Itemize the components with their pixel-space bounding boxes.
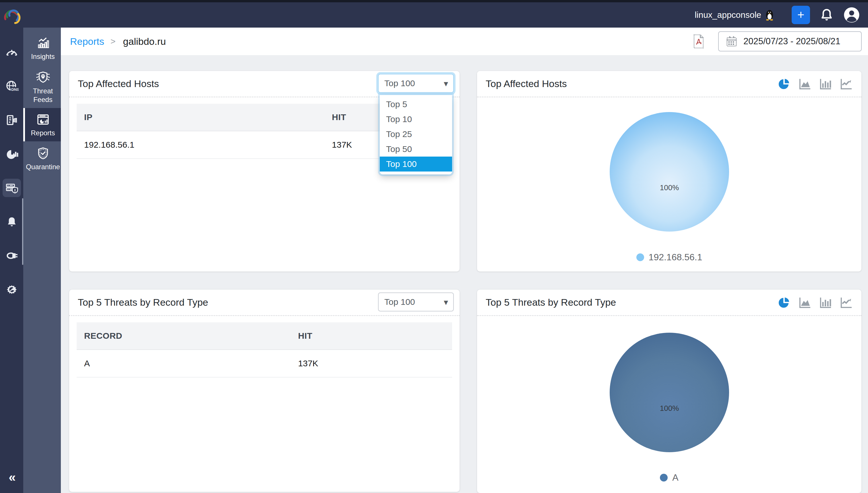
svg-text:DNS: DNS: [11, 87, 19, 92]
secondary-sidebar: Insights Threat Feeds Reports: [23, 27, 61, 493]
reports-icon: [36, 113, 50, 126]
threats-pie-chart: 100%: [610, 333, 729, 452]
line-chart-icon[interactable]: [840, 78, 853, 90]
pie-chart-icon[interactable]: [778, 78, 791, 90]
card-title: Top Affected Hosts: [486, 78, 567, 89]
dropdown-option[interactable]: Top 25: [380, 127, 452, 142]
legend-label: A: [672, 472, 678, 483]
bar-chart-icon[interactable]: [819, 78, 832, 90]
card-title: Top 5 Threats by Record Type: [486, 297, 616, 308]
policy-tree-icon[interactable]: [3, 111, 21, 129]
settings-wrench-icon[interactable]: [3, 280, 21, 299]
date-range-picker[interactable]: 2025/07/23 - 2025/08/21: [718, 31, 862, 51]
insights-icon: [36, 36, 50, 50]
quarantine-icon: [36, 146, 50, 160]
top-n-dropdown-menu: Top 5 Top 10 Top 25 Top 50 Top 100: [380, 95, 452, 174]
top-n-dropdown-hosts: Top 100 ▾ Top 5 Top 10 Top 25 Top 50 Top…: [378, 74, 454, 174]
dropdown-option-selected[interactable]: Top 100: [380, 156, 452, 172]
threat-feeds-icon: [36, 69, 50, 84]
top-n-select-value: Top 100: [384, 297, 415, 307]
notifications-bell-button[interactable]: [820, 8, 833, 22]
sidebar-item-quarantine[interactable]: Quarantine: [23, 141, 61, 175]
sidebar-item-label: Quarantine: [26, 163, 60, 171]
threats-table: RECORD HIT A 137K: [77, 322, 452, 378]
sidebar-item-label: Reports: [31, 129, 55, 137]
sidebar-item-label: Threat Feeds: [26, 87, 60, 104]
chevron-down-icon: ▾: [444, 297, 448, 307]
window-top-strip: [0, 0, 868, 2]
sidebar-scrollbar[interactable]: [22, 198, 23, 265]
breadcrumb-reports-link[interactable]: Reports: [70, 36, 104, 47]
bar-chart-icon[interactable]: [819, 297, 832, 308]
hosts-pie-legend[interactable]: 192.168.56.1: [477, 252, 861, 263]
penguin-icon: [765, 9, 774, 21]
table-header-row: RECORD HIT: [77, 322, 452, 350]
chart-type-switcher: [778, 297, 853, 308]
account-name: linux_appconsole: [694, 9, 774, 21]
bell-icon: [820, 8, 833, 22]
account-avatar-button[interactable]: [843, 7, 860, 23]
legend-marker: [660, 474, 668, 481]
app-root: linux_appconsole +: [0, 0, 868, 493]
plug-icon[interactable]: [3, 246, 21, 265]
chart-type-switcher: [778, 78, 853, 90]
column-header-record: RECORD: [77, 331, 291, 341]
sidebar-item-insights[interactable]: Insights: [23, 31, 61, 65]
dropdown-option[interactable]: Top 50: [380, 142, 452, 156]
pdf-icon: [692, 34, 705, 49]
pie-chart-icon[interactable]: [778, 297, 791, 308]
area-chart-icon[interactable]: [798, 78, 812, 90]
card-threats-by-record-chart: Top 5 Threats by Record Type: [477, 290, 861, 493]
card-title: Top Affected Hosts: [78, 78, 159, 89]
add-button[interactable]: +: [792, 6, 810, 24]
dns-globe-icon[interactable]: DNS: [3, 77, 21, 95]
dropdown-option[interactable]: Top 10: [380, 112, 452, 127]
legend-label: 192.168.56.1: [649, 252, 702, 263]
analytics-pie-icon[interactable]: [3, 145, 21, 163]
cell-record: A: [77, 359, 291, 368]
card-top-affected-hosts-table: Top Affected Hosts Top 100 ▾ Top 5 Top 1…: [69, 71, 460, 272]
hosts-pie-chart: 100%: [610, 112, 729, 232]
sidebar-icon-list: DNS: [3, 43, 21, 299]
export-pdf-button[interactable]: [692, 34, 705, 49]
page-header: Reports > galibdo.ru 2025/07/23 - 2025/0…: [61, 27, 868, 55]
breadcrumb-separator: >: [111, 37, 116, 46]
cell-hit: 137K: [291, 359, 452, 368]
calendar-icon: [726, 35, 738, 47]
table-row: A 137K: [77, 350, 452, 378]
report-alert-icon[interactable]: [3, 179, 21, 197]
card-top-affected-hosts-chart: Top Affected Hosts: [477, 71, 861, 272]
topbar: linux_appconsole +: [0, 2, 868, 27]
top-n-select-value: Top 100: [384, 79, 415, 88]
sidebar-item-label: Insights: [31, 52, 55, 61]
sidebar-item-threat-feeds[interactable]: Threat Feeds: [23, 65, 61, 108]
threats-pie-legend[interactable]: A: [477, 472, 861, 483]
pie-slice-label: 100%: [660, 183, 679, 192]
app-logo: [3, 6, 21, 25]
breadcrumb-current-page: galibdo.ru: [123, 36, 166, 47]
bell-icon[interactable]: [3, 213, 21, 231]
account-name-label: linux_appconsole: [694, 10, 761, 20]
top-n-select[interactable]: Top 100 ▾: [378, 293, 454, 312]
date-range-value: 2025/07/23 - 2025/08/21: [744, 36, 841, 46]
chevron-down-icon: ▾: [444, 79, 448, 88]
cell-ip: 192.168.56.1: [77, 140, 324, 150]
top-n-dropdown-threats: Top 100 ▾: [378, 293, 454, 312]
column-header-ip: IP: [77, 112, 324, 122]
card-title: Top 5 Threats by Record Type: [78, 297, 208, 308]
pie-slice-label: 100%: [660, 404, 679, 413]
legend-marker: [636, 253, 644, 261]
collapse-sidebar-button[interactable]: «: [0, 470, 23, 485]
column-header-hit: HIT: [291, 331, 452, 341]
main-sidebar: DNS: [0, 2, 23, 493]
top-n-select[interactable]: Top 100 ▾: [378, 74, 454, 93]
area-chart-icon[interactable]: [798, 297, 812, 308]
line-chart-icon[interactable]: [840, 297, 853, 308]
card-threats-by-record-table: Top 5 Threats by Record Type Top 100 ▾ R…: [69, 290, 460, 492]
dashboard-icon[interactable]: [3, 43, 21, 62]
sidebar-item-reports[interactable]: Reports: [23, 108, 61, 141]
dropdown-option[interactable]: Top 5: [380, 97, 452, 112]
avatar-icon: [843, 7, 860, 23]
